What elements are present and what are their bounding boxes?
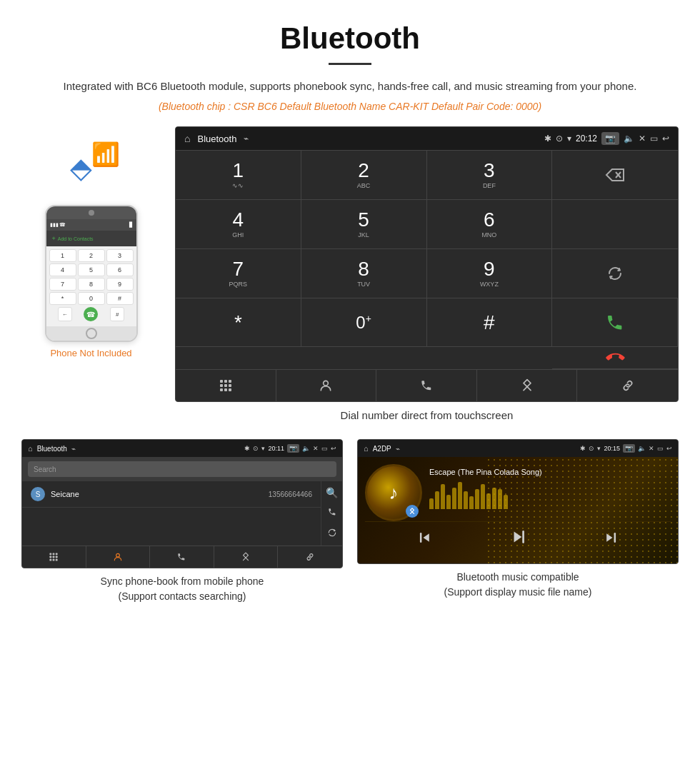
pb-win-icon[interactable]: ▭ xyxy=(321,445,328,452)
music-next-button[interactable] xyxy=(604,531,618,548)
ms-home-icon[interactable]: ⌂ xyxy=(364,444,369,453)
phonebook-list: S Seicane 13566664466 xyxy=(22,481,321,546)
pb-toolbar-link[interactable] xyxy=(278,546,342,568)
phone-keypad-grid: 1 2 3 4 5 6 7 8 9 * 0 # xyxy=(49,249,134,305)
pb-refresh-icon[interactable] xyxy=(327,528,337,540)
dial-key-8[interactable]: 8 TUV xyxy=(301,249,427,298)
dial-key-hash[interactable]: # xyxy=(427,298,553,347)
pb-cam-icon[interactable]: 📷 xyxy=(287,444,299,453)
phone-key-7[interactable]: 7 xyxy=(49,278,76,291)
pb-x-icon[interactable]: ✕ xyxy=(313,445,319,452)
svg-rect-13 xyxy=(53,553,55,555)
phone-key-6[interactable]: 6 xyxy=(106,263,134,276)
pb-vol-icon[interactable]: 🔈 xyxy=(302,445,310,452)
phone-key-0[interactable]: 0 xyxy=(78,292,105,305)
eq-bar xyxy=(498,489,502,509)
ms-win-icon[interactable]: ▭ xyxy=(657,445,664,452)
phone-key-3[interactable]: 3 xyxy=(106,249,134,262)
svg-rect-20 xyxy=(56,559,58,561)
bluetooth-logo-icon: ⬘ xyxy=(70,151,92,184)
toolbar-keypad-button[interactable] xyxy=(176,370,276,401)
phone-signal-icon: ▮▮▮ ☎ xyxy=(50,222,66,228)
pb-status-left: ⌂ Bluetooth ⌁ xyxy=(28,444,76,453)
dial-call-red-button[interactable] xyxy=(552,347,678,369)
phone-hash-button[interactable]: # xyxy=(110,307,124,321)
wifi-status-icon: ▾ xyxy=(567,134,571,144)
music-equalizer xyxy=(429,481,671,509)
eq-bar xyxy=(475,489,479,509)
pb-status-right: ✱ ⊙ ▾ 20:11 📷 🔈 ✕ ▭ ↩ xyxy=(244,444,336,453)
pb-toolbar-user[interactable] xyxy=(86,546,151,568)
eq-bar xyxy=(441,484,445,509)
pb-app-name: Bluetooth xyxy=(37,445,67,453)
phone-key-2[interactable]: 2 xyxy=(78,249,105,262)
pb-call-icon[interactable] xyxy=(327,507,337,519)
phone-key-1[interactable]: 1 xyxy=(49,249,76,262)
svg-rect-14 xyxy=(56,553,58,555)
dial-key-2[interactable]: 2 ABC xyxy=(301,151,427,200)
home-icon[interactable]: ⌂ xyxy=(184,133,190,144)
eq-bar xyxy=(492,488,496,509)
dial-call-green-button[interactable] xyxy=(552,298,678,347)
phone-key-star[interactable]: * xyxy=(49,292,76,305)
volume-status-icon[interactable]: 🔈 xyxy=(624,134,634,144)
dial-key-0[interactable]: 0+ xyxy=(301,298,427,347)
pb-back-icon[interactable]: ↩ xyxy=(331,445,336,452)
svg-rect-16 xyxy=(53,556,55,558)
pb-toolbar-keypad[interactable] xyxy=(22,546,86,568)
phonebook-search-area: Search xyxy=(22,457,342,481)
dial-key-backspace[interactable] xyxy=(552,151,678,200)
svg-marker-26 xyxy=(606,533,612,542)
phone-call-button[interactable]: ☎ xyxy=(84,307,98,321)
dial-key-6[interactable]: 6 MNO xyxy=(427,200,553,249)
phone-key-8[interactable]: 8 xyxy=(78,278,105,291)
pb-usb-icon: ⌁ xyxy=(71,445,76,453)
toolbar-bluetooth-button[interactable] xyxy=(477,370,578,401)
pb-toolbar-bt[interactable] xyxy=(214,546,279,568)
ms-back-icon[interactable]: ↩ xyxy=(666,445,672,452)
music-content: ♪ Escape (The Pina Colada Song) xyxy=(358,457,678,563)
music-prev-button[interactable] xyxy=(418,531,432,548)
pb-home-icon[interactable]: ⌂ xyxy=(28,444,33,453)
camera-status-icon[interactable]: 📷 xyxy=(601,132,619,145)
phonebook-screen: ⌂ Bluetooth ⌁ ✱ ⊙ ▾ 20:11 📷 🔈 ✕ ▭ ↩ xyxy=(21,439,343,568)
dial-key-3[interactable]: 3 DEF xyxy=(427,151,553,200)
pb-toolbar-phone[interactable] xyxy=(150,546,214,568)
toolbar-contacts-button[interactable] xyxy=(276,370,377,401)
toolbar-phone-button[interactable] xyxy=(376,370,477,401)
main-section: 📶 ⬘ ▮▮▮ ☎ ▊ Add to Contacts 1 2 3 4 xyxy=(0,119,700,428)
ms-x-icon[interactable]: ✕ xyxy=(649,445,654,452)
pb-search-icon[interactable]: 🔍 xyxy=(326,487,338,498)
phone-key-4[interactable]: 4 xyxy=(49,263,76,276)
ms-cam-icon[interactable]: 📷 xyxy=(623,444,635,453)
dial-key-5[interactable]: 5 JKL xyxy=(301,200,427,249)
phone-home-button[interactable] xyxy=(86,328,97,339)
music-caption-text: Bluetooth music compatible(Support displ… xyxy=(444,571,592,598)
phone-key-5[interactable]: 5 xyxy=(78,263,105,276)
dial-key-7[interactable]: 7 PQRS xyxy=(176,249,301,298)
search-placeholder: Search xyxy=(34,466,56,473)
window-status-icon[interactable]: ▭ xyxy=(650,134,658,144)
phonebook-contact-seicane[interactable]: S Seicane 13566664466 xyxy=(22,481,321,508)
phone-back-button[interactable]: ← xyxy=(58,307,72,321)
x-status-icon[interactable]: ✕ xyxy=(639,134,646,144)
svg-rect-9 xyxy=(224,388,227,391)
phonebook-search-bar[interactable]: Search xyxy=(28,461,336,477)
phone-keypad: 1 2 3 4 5 6 7 8 9 * 0 # ← ☎ # xyxy=(46,246,136,326)
phone-top-bar xyxy=(46,206,136,219)
dial-key-refresh[interactable] xyxy=(552,249,678,298)
phone-key-hash[interactable]: # xyxy=(106,292,134,305)
page-title: Bluetooth xyxy=(57,21,643,56)
dial-key-1[interactable]: 1 ∿∿ xyxy=(176,151,301,200)
ms-wifi-icon: ▾ xyxy=(597,445,601,452)
dial-key-4[interactable]: 4 GHI xyxy=(176,200,301,249)
back-status-icon[interactable]: ↩ xyxy=(662,134,669,144)
ms-vol-icon[interactable]: 🔈 xyxy=(638,445,646,452)
dial-key-9[interactable]: 9 WXYZ xyxy=(427,249,553,298)
phone-side: 📶 ⬘ ▮▮▮ ☎ ▊ Add to Contacts 1 2 3 4 xyxy=(21,126,161,358)
music-play-pause-button[interactable] xyxy=(509,528,527,551)
toolbar-link-button[interactable] xyxy=(577,370,678,401)
phonebook-caption-text: Sync phone-book from mobile phone(Suppor… xyxy=(101,576,264,602)
phone-key-9[interactable]: 9 xyxy=(106,278,134,291)
dial-key-star[interactable]: * xyxy=(176,298,301,347)
